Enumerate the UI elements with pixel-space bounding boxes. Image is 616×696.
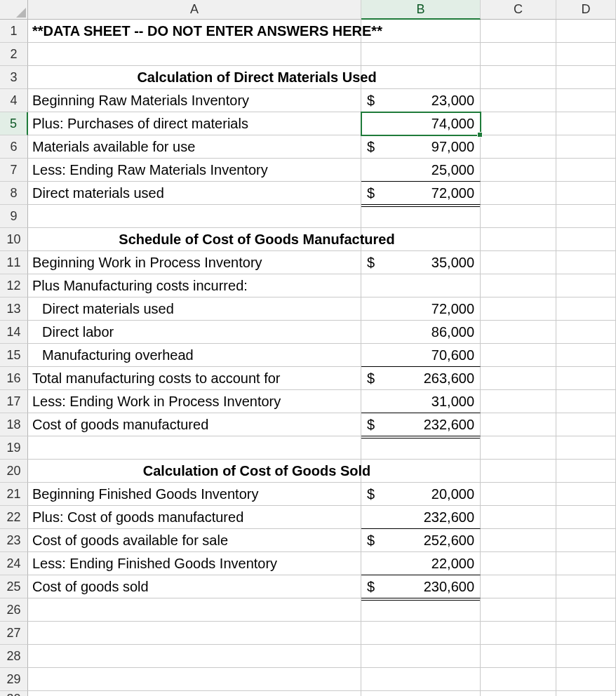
cell-D29[interactable] bbox=[556, 668, 616, 691]
row-header-13[interactable]: 13 bbox=[0, 297, 28, 321]
row-header-15[interactable]: 15 bbox=[0, 344, 28, 367]
cell-C24[interactable] bbox=[481, 552, 556, 575]
cell-B24[interactable]: 22,000 bbox=[361, 552, 481, 575]
cell-D25[interactable] bbox=[556, 575, 616, 598]
cell-B8[interactable]: $72,000 bbox=[361, 182, 481, 205]
cell-B12[interactable] bbox=[361, 274, 481, 297]
cell-C27[interactable] bbox=[481, 622, 556, 645]
cell-B6[interactable]: $97,000 bbox=[361, 135, 481, 159]
row-header-2[interactable]: 2 bbox=[0, 43, 28, 66]
row-header-4[interactable]: 4 bbox=[0, 89, 28, 112]
cell-B28[interactable] bbox=[361, 645, 481, 668]
select-all-corner[interactable] bbox=[0, 0, 28, 20]
column-header-D[interactable]: D bbox=[556, 0, 616, 20]
column-header-A[interactable]: A bbox=[28, 0, 361, 20]
cell-A24[interactable]: Less: Ending Finished Goods Inventory bbox=[28, 552, 361, 575]
row-header-6[interactable]: 6 bbox=[0, 135, 28, 159]
cell-B17[interactable]: 31,000 bbox=[361, 390, 481, 413]
cell-A15[interactable]: Manufacturing overhead bbox=[28, 344, 361, 367]
cell-C28[interactable] bbox=[481, 645, 556, 668]
cell-D16[interactable] bbox=[556, 367, 616, 390]
cell-D6[interactable] bbox=[556, 135, 616, 159]
row-header-21[interactable]: 21 bbox=[0, 483, 28, 506]
row-header-10[interactable]: 10 bbox=[0, 228, 28, 251]
cell-A9[interactable] bbox=[28, 205, 361, 228]
row-header-26[interactable]: 26 bbox=[0, 598, 28, 622]
cell-D5[interactable] bbox=[556, 112, 616, 135]
cell-B11[interactable]: $35,000 bbox=[361, 251, 481, 274]
row-header-11[interactable]: 11 bbox=[0, 251, 28, 274]
cell-D26[interactable] bbox=[556, 598, 616, 622]
cell-C18[interactable] bbox=[481, 413, 556, 436]
cell-A12[interactable]: Plus Manufacturing costs incurred: bbox=[28, 274, 361, 297]
cell-A10[interactable]: Schedule of Cost of Goods Manufactured bbox=[28, 228, 361, 251]
cell-C19[interactable] bbox=[481, 436, 556, 460]
cell-D22[interactable] bbox=[556, 506, 616, 529]
row-header-12[interactable]: 12 bbox=[0, 274, 28, 297]
cell-A20[interactable]: Calculation of Cost of Goods Sold bbox=[28, 460, 361, 483]
cell-A14[interactable]: Direct labor bbox=[28, 321, 361, 344]
cell-D2[interactable] bbox=[556, 43, 616, 66]
cell-D30[interactable] bbox=[556, 691, 616, 696]
row-header-1[interactable]: 1 bbox=[0, 20, 28, 43]
cell-B29[interactable] bbox=[361, 668, 481, 691]
cell-A26[interactable] bbox=[28, 598, 361, 622]
row-header-3[interactable]: 3 bbox=[0, 66, 28, 89]
cell-C26[interactable] bbox=[481, 598, 556, 622]
cell-B7[interactable]: 25,000 bbox=[361, 159, 481, 182]
cell-A19[interactable] bbox=[28, 436, 361, 460]
row-header-18[interactable]: 18 bbox=[0, 413, 28, 436]
cell-B21[interactable]: $20,000 bbox=[361, 483, 481, 506]
cell-A30[interactable] bbox=[28, 691, 361, 696]
cell-D14[interactable] bbox=[556, 321, 616, 344]
cell-D12[interactable] bbox=[556, 274, 616, 297]
cell-D8[interactable] bbox=[556, 182, 616, 205]
cell-C30[interactable] bbox=[481, 691, 556, 696]
cell-D4[interactable] bbox=[556, 89, 616, 112]
cell-D18[interactable] bbox=[556, 413, 616, 436]
column-header-B[interactable]: B bbox=[361, 0, 481, 20]
row-header-19[interactable]: 19 bbox=[0, 436, 28, 460]
cell-C17[interactable] bbox=[481, 390, 556, 413]
cell-B18[interactable]: $232,600 bbox=[361, 413, 481, 436]
cell-C12[interactable] bbox=[481, 274, 556, 297]
row-header-28[interactable]: 28 bbox=[0, 645, 28, 668]
cell-C9[interactable] bbox=[481, 205, 556, 228]
cell-A3[interactable]: Calculation of Direct Materials Used bbox=[28, 66, 361, 89]
cell-B15[interactable]: 70,600 bbox=[361, 344, 481, 367]
cell-C4[interactable] bbox=[481, 89, 556, 112]
cell-B4[interactable]: $23,000 bbox=[361, 89, 481, 112]
row-header-16[interactable]: 16 bbox=[0, 367, 28, 390]
cell-B5[interactable]: 74,000 bbox=[361, 112, 481, 135]
row-header-30[interactable]: 30 bbox=[0, 691, 28, 696]
row-header-8[interactable]: 8 bbox=[0, 182, 28, 205]
cell-D15[interactable] bbox=[556, 344, 616, 367]
cell-C20[interactable] bbox=[481, 460, 556, 483]
cell-D24[interactable] bbox=[556, 552, 616, 575]
cell-A4[interactable]: Beginning Raw Materials Inventory bbox=[28, 89, 361, 112]
cell-D20[interactable] bbox=[556, 460, 616, 483]
cell-C10[interactable] bbox=[481, 228, 556, 251]
cell-B14[interactable]: 86,000 bbox=[361, 321, 481, 344]
cell-D13[interactable] bbox=[556, 297, 616, 321]
cell-C23[interactable] bbox=[481, 529, 556, 552]
cell-C8[interactable] bbox=[481, 182, 556, 205]
cell-B16[interactable]: $263,600 bbox=[361, 367, 481, 390]
cell-A22[interactable]: Plus: Cost of goods manufactured bbox=[28, 506, 361, 529]
cell-D23[interactable] bbox=[556, 529, 616, 552]
cell-B19[interactable] bbox=[361, 436, 481, 460]
cell-D19[interactable] bbox=[556, 436, 616, 460]
cell-D17[interactable] bbox=[556, 390, 616, 413]
cell-B2[interactable] bbox=[361, 43, 481, 66]
cell-A27[interactable] bbox=[28, 622, 361, 645]
cell-A11[interactable]: Beginning Work in Process Inventory bbox=[28, 251, 361, 274]
cell-B25[interactable]: $230,600 bbox=[361, 575, 481, 598]
cell-A16[interactable]: Total manufacturing costs to account for bbox=[28, 367, 361, 390]
row-header-5[interactable]: 5 bbox=[0, 112, 28, 135]
cell-C16[interactable] bbox=[481, 367, 556, 390]
cell-B27[interactable] bbox=[361, 622, 481, 645]
cell-A7[interactable]: Less: Ending Raw Materials Inventory bbox=[28, 159, 361, 182]
row-header-27[interactable]: 27 bbox=[0, 622, 28, 645]
cell-A25[interactable]: Cost of goods sold bbox=[28, 575, 361, 598]
cell-C6[interactable] bbox=[481, 135, 556, 159]
